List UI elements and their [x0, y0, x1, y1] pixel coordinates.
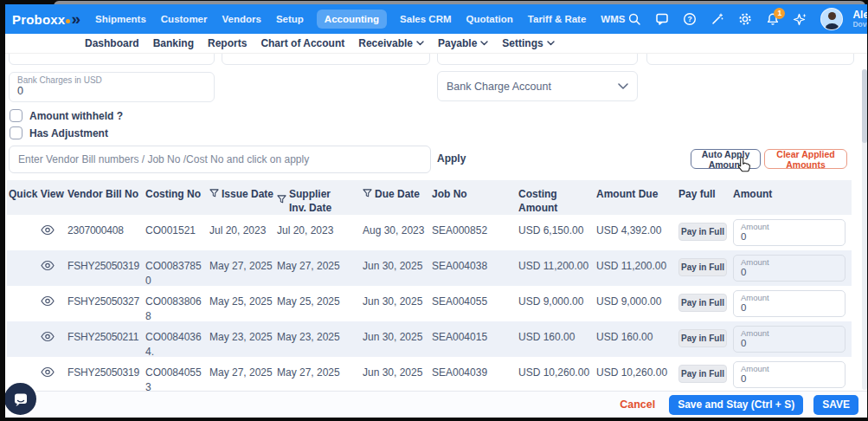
filter-icon[interactable]	[363, 188, 372, 198]
search-icon[interactable]	[627, 12, 641, 27]
truncated-input-1[interactable]	[9, 54, 215, 65]
cell-quick-view	[7, 321, 68, 359]
pay-in-full-button[interactable]: Pay in Full	[678, 329, 727, 347]
subnav-item-payable[interactable]: Payable	[438, 37, 488, 49]
auto-apply-amount-button[interactable]: Auto Apply Amount	[691, 149, 761, 169]
subnav-item-chart-of-account[interactable]: Chart of Account	[260, 37, 344, 49]
cell-vendor-bill-no: FSHY25050319	[68, 250, 145, 288]
user-avatar[interactable]	[820, 8, 843, 30]
quick-view-eye-icon[interactable]	[41, 224, 55, 236]
topnav-item-sales-crm[interactable]: Sales CRM	[398, 10, 453, 29]
col-amount: Amount	[733, 180, 852, 215]
save-and-stay-button[interactable]: Save and Stay (Ctrl + S)	[669, 395, 803, 415]
col-issue-date: Issue Date	[209, 180, 277, 215]
vertical-scrollbar[interactable]	[862, 69, 867, 390]
window-frame: Proboxx» ShipmentsCustomerVendorsSetupAc…	[0, 0, 868, 421]
amount-input[interactable]: Amount 0	[733, 361, 845, 388]
subnav-item-dashboard[interactable]: Dashboard	[85, 37, 139, 49]
topnav-item-setup[interactable]: Setup	[274, 10, 305, 29]
cell-supplier-inv-date: Jul 20, 2023	[277, 215, 363, 250]
cell-due-date: Aug 30, 2023	[363, 215, 432, 250]
cell-due-date: Jun 30, 2025	[363, 286, 432, 324]
apply-button[interactable]: Apply	[437, 152, 466, 165]
clear-applied-amounts-button[interactable]: Clear Applied Amounts	[764, 149, 847, 169]
chevron-down-icon	[480, 41, 488, 46]
cell-vendor-bill-no: FSHY25050319	[68, 357, 145, 391]
quick-view-eye-icon[interactable]	[41, 366, 55, 378]
cell-amount-due: USD 10,260.00	[596, 357, 678, 391]
quick-view-eye-icon[interactable]	[41, 331, 55, 342]
topnav-item-tariff-rate[interactable]: Tariff & Rate	[526, 10, 588, 29]
cell-pay-full: Pay in Full	[678, 321, 733, 359]
top-navigation-bar: Proboxx» ShipmentsCustomerVendorsSetupAc…	[5, 4, 867, 34]
quick-view-eye-icon[interactable]	[41, 295, 55, 307]
bank-charges-field[interactable]: Bank Charges in USD 0	[9, 72, 215, 102]
checkbox-amount-withheld[interactable]	[10, 109, 23, 122]
subnav-item-label: Banking	[153, 37, 194, 49]
truncated-input-4[interactable]	[646, 54, 854, 65]
topnav-item-wms[interactable]: WMS	[599, 10, 627, 29]
amount-input[interactable]: Amount 0	[733, 219, 845, 246]
cell-job-no: SEA000852	[432, 215, 518, 250]
amount-input[interactable]: Amount 0	[733, 255, 845, 282]
logo-chevrons-icon: »	[71, 13, 80, 25]
topnav-item-quotation[interactable]: Quotation	[465, 10, 515, 29]
cell-supplier-inv-date: May 27, 2025	[277, 250, 363, 288]
amount-input-value: 0	[741, 338, 838, 350]
amount-input[interactable]: Amount 0	[733, 290, 845, 317]
sparkles-icon[interactable]	[793, 12, 807, 27]
subnav-item-reports[interactable]: Reports	[208, 37, 247, 49]
checkbox-has-adjustment[interactable]	[10, 126, 23, 139]
subnav-item-label: Reports	[208, 37, 247, 49]
cell-amount: Amount 0	[733, 357, 852, 391]
amount-input-label: Amount	[741, 364, 838, 373]
amount-input[interactable]: Amount 0	[733, 326, 845, 353]
pay-in-full-button[interactable]: Pay in Full	[678, 223, 727, 241]
quick-view-eye-icon[interactable]	[41, 260, 55, 271]
topnav-item-shipments[interactable]: Shipments	[93, 10, 148, 29]
amount-input-label: Amount	[741, 328, 838, 338]
truncated-input-3[interactable]	[437, 54, 638, 65]
cell-costing-no: CO00840553	[145, 357, 209, 391]
cell-costing-amount: USD 11,200.00	[518, 250, 596, 288]
wand-icon[interactable]	[710, 12, 724, 27]
cell-issue-date: May 23, 2025	[209, 321, 277, 359]
cell-amount-due: USD 4,392.00	[596, 215, 678, 250]
cell-issue-date: Jul 20, 2023	[209, 215, 277, 250]
topnav-item-accounting[interactable]: Accounting	[317, 10, 387, 29]
cell-quick-view	[7, 250, 68, 288]
gear-icon[interactable]	[737, 12, 752, 27]
subnav-item-settings[interactable]: Settings	[502, 37, 554, 49]
cancel-button[interactable]: Cancel	[620, 398, 655, 411]
scrollbar-thumb[interactable]	[862, 69, 867, 143]
subnav-item-label: Receivable	[358, 37, 413, 49]
subnav-item-receivable[interactable]: Receivable	[358, 37, 424, 49]
table-row: FSHY25050327 CO00838068 May 25, 2025 May…	[7, 286, 852, 321]
pay-in-full-button[interactable]: Pay in Full	[678, 258, 727, 276]
pay-in-full-button[interactable]: Pay in Full	[678, 294, 727, 312]
vendor-bill-search-input[interactable]	[9, 146, 431, 173]
bell-icon[interactable]: 1	[765, 12, 780, 27]
save-button[interactable]: SAVE	[813, 395, 858, 415]
subnav-item-banking[interactable]: Banking	[153, 37, 194, 49]
chevron-down-icon	[547, 41, 555, 46]
table-body: 2307000408 CO001521 Jul 20, 2023 Jul 20,…	[7, 215, 852, 391]
bank-charge-account-select[interactable]: Bank Charge Account	[437, 71, 638, 101]
table-row: FSHY25050319 CO00840553 May 27, 2025 May…	[7, 357, 852, 391]
help-icon[interactable]: ?	[682, 12, 697, 27]
subnav-item-label: Dashboard	[85, 37, 139, 49]
chat-icon[interactable]	[654, 12, 669, 27]
topnav-menu: ShipmentsCustomerVendorsSetupAccountingS…	[93, 10, 627, 29]
pay-in-full-button[interactable]: Pay in Full	[678, 365, 727, 383]
cell-issue-date: May 27, 2025	[209, 357, 277, 391]
truncated-input-2[interactable]	[222, 54, 430, 65]
topnav-item-vendors[interactable]: Vendors	[220, 10, 262, 29]
cell-due-date: Jun 30, 2025	[363, 250, 432, 288]
proboxx-logo[interactable]: Proboxx»	[12, 12, 80, 27]
page-content: Bank Charges in USD 0 Bank Charge Accoun…	[5, 54, 867, 391]
vendor-bills-table: Quick View Vendor Bill No Costing No Iss…	[7, 180, 852, 391]
cell-due-date: Jun 30, 2025	[363, 321, 432, 359]
filter-icon[interactable]	[209, 188, 219, 198]
filter-icon[interactable]	[277, 194, 286, 204]
topnav-item-customer[interactable]: Customer	[159, 10, 209, 29]
